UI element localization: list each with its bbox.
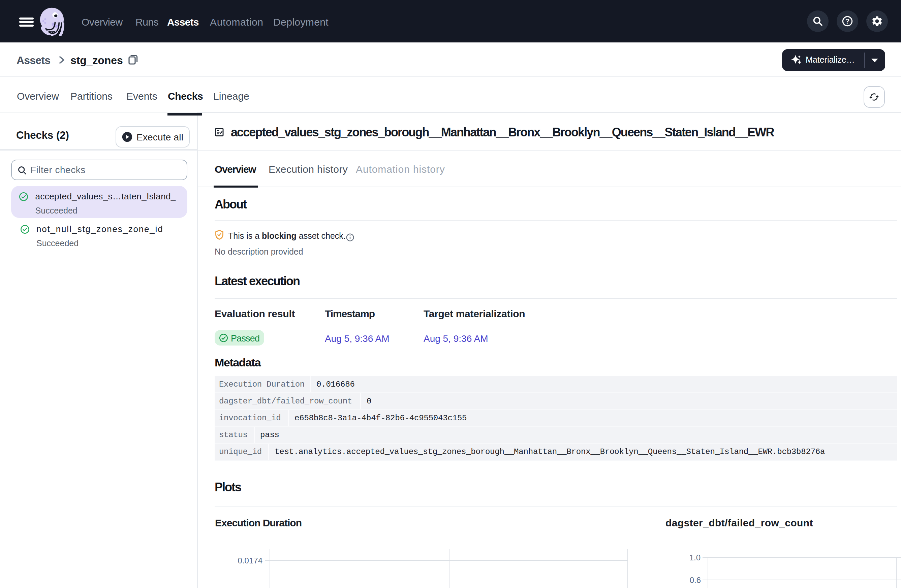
svg-text:?: ? [845,17,850,25]
